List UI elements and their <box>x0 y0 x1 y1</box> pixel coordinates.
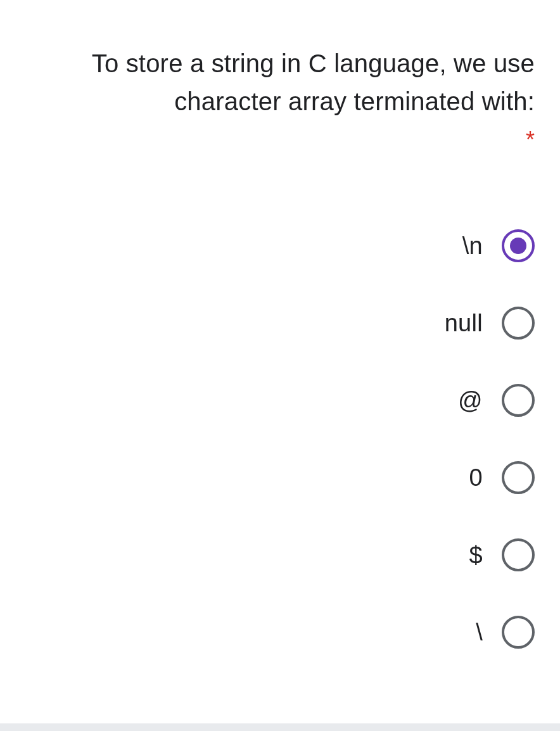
bottom-divider <box>0 723 560 731</box>
option-label: \n <box>462 232 483 260</box>
option-row-5[interactable]: \ <box>476 616 535 649</box>
radio-button[interactable] <box>502 461 535 494</box>
option-row-3[interactable]: 0 <box>469 461 535 494</box>
option-row-2[interactable]: @ <box>458 384 535 417</box>
option-row-1[interactable]: null <box>445 307 535 340</box>
option-row-0[interactable]: \n <box>462 229 535 262</box>
option-row-4[interactable]: $ <box>469 538 535 571</box>
radio-button[interactable] <box>502 384 535 417</box>
option-label: null <box>445 310 483 337</box>
option-label: \ <box>476 619 483 646</box>
option-label: @ <box>458 387 483 414</box>
question-text: To store a string in C language, we use … <box>19 44 541 120</box>
option-label: $ <box>469 542 483 569</box>
radio-button[interactable] <box>502 229 535 262</box>
radio-button[interactable] <box>502 307 535 340</box>
radio-button[interactable] <box>502 538 535 571</box>
option-label: 0 <box>469 464 483 492</box>
radio-button[interactable] <box>502 616 535 649</box>
options-list: \n null @ 0 $ \ <box>19 229 541 649</box>
radio-selected-icon <box>510 238 526 254</box>
required-indicator: * <box>19 127 541 153</box>
